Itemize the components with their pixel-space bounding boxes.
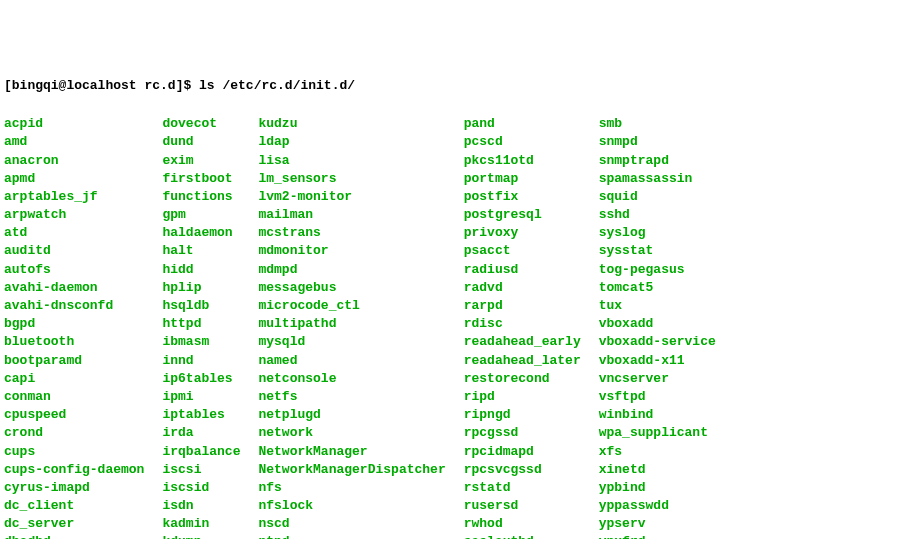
file-entry: isdn — [162, 497, 240, 515]
file-entry: kdump — [162, 533, 240, 539]
file-entry: irqbalance — [162, 443, 240, 461]
file-entry: radiusd — [464, 261, 581, 279]
file-entry: amd — [4, 133, 144, 151]
file-entry: firstboot — [162, 170, 240, 188]
file-entry: mdmonitor — [258, 242, 445, 260]
file-entry: squid — [599, 188, 716, 206]
listing-column: acpidamdanacronapmdarptables_jfarpwatcha… — [4, 115, 144, 539]
file-entry: netfs — [258, 388, 445, 406]
file-entry: postgresql — [464, 206, 581, 224]
file-entry: ripngd — [464, 406, 581, 424]
file-entry: radvd — [464, 279, 581, 297]
file-entry: NetworkManager — [258, 443, 445, 461]
file-entry: kudzu — [258, 115, 445, 133]
file-entry: privoxy — [464, 224, 581, 242]
ls-output-listing: acpidamdanacronapmdarptables_jfarpwatcha… — [4, 115, 910, 539]
file-entry: functions — [162, 188, 240, 206]
file-entry: arpwatch — [4, 206, 144, 224]
file-entry: lisa — [258, 152, 445, 170]
listing-column: smbsnmpdsnmptrapdspamassassinsquidsshdsy… — [599, 115, 716, 539]
file-entry: rusersd — [464, 497, 581, 515]
file-entry: pand — [464, 115, 581, 133]
file-entry: auditd — [4, 242, 144, 260]
file-entry: acpid — [4, 115, 144, 133]
file-entry: iscsi — [162, 461, 240, 479]
file-entry: postfix — [464, 188, 581, 206]
file-entry: sysstat — [599, 242, 716, 260]
file-entry: anacron — [4, 152, 144, 170]
file-entry: ldap — [258, 133, 445, 151]
file-entry: ntpd — [258, 533, 445, 539]
file-entry: bluetooth — [4, 333, 144, 351]
file-entry: vboxadd — [599, 315, 716, 333]
file-entry: readahead_later — [464, 352, 581, 370]
file-entry: iptables — [162, 406, 240, 424]
file-entry: innd — [162, 352, 240, 370]
file-entry: nscd — [258, 515, 445, 533]
file-entry: conman — [4, 388, 144, 406]
file-entry: iscsid — [162, 479, 240, 497]
file-entry: dhcdbd — [4, 533, 144, 539]
file-entry: xinetd — [599, 461, 716, 479]
file-entry: ipmi — [162, 388, 240, 406]
file-entry: microcode_ctl — [258, 297, 445, 315]
file-entry: nfs — [258, 479, 445, 497]
file-entry: bgpd — [4, 315, 144, 333]
file-entry: winbind — [599, 406, 716, 424]
file-entry: mcstrans — [258, 224, 445, 242]
file-entry: sshd — [599, 206, 716, 224]
file-entry: irda — [162, 424, 240, 442]
file-entry: exim — [162, 152, 240, 170]
file-entry: hplip — [162, 279, 240, 297]
file-entry: cups — [4, 443, 144, 461]
file-entry: syslog — [599, 224, 716, 242]
file-entry: tux — [599, 297, 716, 315]
file-entry: vboxadd-service — [599, 333, 716, 351]
file-entry: rpcgssd — [464, 424, 581, 442]
file-entry: snmptrapd — [599, 152, 716, 170]
file-entry: nfslock — [258, 497, 445, 515]
file-entry: hidd — [162, 261, 240, 279]
file-entry: avahi-dnsconfd — [4, 297, 144, 315]
file-entry: cyrus-imapd — [4, 479, 144, 497]
file-entry: NetworkManagerDispatcher — [258, 461, 445, 479]
listing-column: kudzuldaplisalm_sensorslvm2-monitormailm… — [258, 115, 445, 539]
file-entry: readahead_early — [464, 333, 581, 351]
file-entry: pcscd — [464, 133, 581, 151]
file-entry: vncserver — [599, 370, 716, 388]
file-entry: ripd — [464, 388, 581, 406]
file-entry: tog-pegasus — [599, 261, 716, 279]
file-entry: lvm2-monitor — [258, 188, 445, 206]
file-entry: saslauthd — [464, 533, 581, 539]
file-entry: wpa_supplicant — [599, 424, 716, 442]
file-entry: bootparamd — [4, 352, 144, 370]
file-entry: halt — [162, 242, 240, 260]
prompt-text: [bingqi@localhost rc.d]$ ls /etc/rc.d/in… — [4, 78, 355, 93]
file-entry: ypserv — [599, 515, 716, 533]
file-entry: avahi-daemon — [4, 279, 144, 297]
listing-column: dovecotdundeximfirstbootfunctionsgpmhald… — [162, 115, 240, 539]
file-entry: snmpd — [599, 133, 716, 151]
file-entry: messagebus — [258, 279, 445, 297]
listing-column: pandpcscdpkcs11otdportmappostfixpostgres… — [464, 115, 581, 539]
file-entry: apmd — [4, 170, 144, 188]
file-entry: dund — [162, 133, 240, 151]
file-entry: dovecot — [162, 115, 240, 133]
file-entry: yppasswdd — [599, 497, 716, 515]
file-entry: rwhod — [464, 515, 581, 533]
file-entry: tomcat5 — [599, 279, 716, 297]
file-entry: pkcs11otd — [464, 152, 581, 170]
file-entry: mdmpd — [258, 261, 445, 279]
file-entry: dc_server — [4, 515, 144, 533]
file-entry: mailman — [258, 206, 445, 224]
file-entry: gpm — [162, 206, 240, 224]
file-entry: psacct — [464, 242, 581, 260]
file-entry: kadmin — [162, 515, 240, 533]
file-entry: named — [258, 352, 445, 370]
file-entry: multipathd — [258, 315, 445, 333]
file-entry: ypbind — [599, 479, 716, 497]
file-entry: ibmasm — [162, 333, 240, 351]
file-entry: vsftpd — [599, 388, 716, 406]
file-entry: restorecond — [464, 370, 581, 388]
file-entry: autofs — [4, 261, 144, 279]
